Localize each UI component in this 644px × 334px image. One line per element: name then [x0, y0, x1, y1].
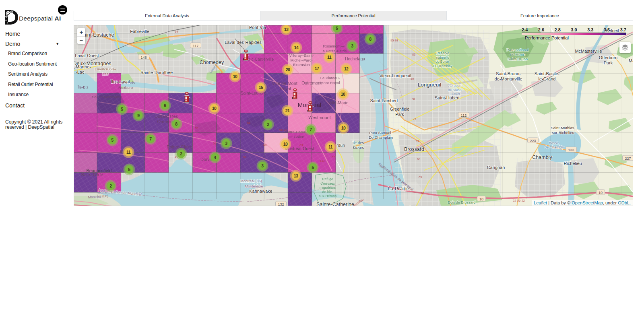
svg-text:Île-Biz: Île-Biz [77, 85, 89, 89]
svg-text:Le Plateau-: Le Plateau- [320, 76, 340, 80]
svg-text:55: 55 [195, 126, 198, 130]
svg-text:22-55-22: 22-55-22 [513, 199, 525, 202]
svg-text:Villeray–Saint-: Villeray–Saint- [289, 53, 314, 58]
svg-text:Du Tremblay: Du Tremblay [433, 64, 453, 68]
svg-text:-Lac: -Lac [76, 70, 85, 74]
svg-text:10: 10 [341, 126, 346, 130]
svg-text:83: 83 [412, 53, 415, 56]
svg-text:10: 10 [599, 191, 603, 195]
svg-text:5: 5 [312, 165, 314, 170]
svg-text:Sœurs: Sœurs [353, 145, 364, 150]
svg-text:60: 60 [263, 143, 266, 147]
svg-text:Laval-sur-le-: Laval-sur-le- [95, 67, 116, 71]
svg-text:La Petite-Patrie: La Petite-Patrie [320, 49, 347, 53]
svg-text:132: 132 [278, 202, 284, 206]
svg-text:Marthe-: Marthe- [76, 64, 91, 69]
svg-text:Ma: Ma [629, 58, 633, 63]
svg-text:de-Grâce: de-Grâce [288, 134, 304, 139]
svg-text:de-Montarville: de-Montarville [494, 76, 522, 81]
svg-text:5: 5 [128, 167, 130, 172]
svg-text:10: 10 [212, 106, 217, 111]
svg-text:Notre-Dame-: Notre-Dame- [285, 130, 308, 134]
svg-text:14: 14 [294, 45, 299, 50]
svg-text:aux-Hérons: aux-Hérons [319, 194, 336, 198]
svg-text:6: 6 [164, 103, 166, 108]
svg-text:62: 62 [332, 155, 335, 159]
svg-text:Hochelaga: Hochelaga [345, 56, 365, 61]
svg-text:227: 227 [625, 157, 631, 161]
svg-text:Roxboro: Roxboro [118, 85, 133, 90]
svg-text:7: 7 [310, 127, 312, 132]
svg-text:du Boisé-: du Boisé- [436, 60, 450, 64]
svg-text:le-Grand: le-Grand [539, 76, 556, 81]
svg-text:Vieux-Longueuil: Vieux-Longueuil [380, 73, 411, 78]
svg-text:10: 10 [283, 142, 288, 146]
svg-text:De Champlain: De Champlain [369, 135, 393, 140]
svg-text:2: 2 [109, 183, 112, 188]
svg-text:Baie-d'Urfé: Baie-d'Urfé [81, 172, 103, 177]
svg-text:Dollard-Des: Dollard-Des [155, 114, 178, 119]
svg-text:migrateurs: migrateurs [320, 186, 336, 190]
svg-text:8: 8 [175, 122, 178, 126]
svg-text:Sainte-Dorothée: Sainte-Dorothée [140, 70, 173, 75]
svg-text:148: 148 [140, 56, 147, 60]
svg-text:13: 13 [284, 27, 289, 32]
svg-text:Chomedey: Chomedey [200, 60, 224, 65]
svg-text:Saint-Bruno-: Saint-Bruno- [496, 71, 521, 76]
svg-text:65-64: 65-64 [279, 128, 287, 132]
svg-text:McMasterville: McMasterville [575, 49, 602, 54]
svg-text:Montréal (06): Montréal (06) [240, 179, 262, 183]
svg-text:133: 133 [568, 148, 574, 152]
svg-text:112: 112 [461, 113, 466, 118]
svg-text:Richelieu: Richelieu [564, 161, 582, 166]
svg-text:naturelle: naturelle [436, 56, 450, 60]
svg-text:Sainte-Geneviève: Sainte-Geneviève [92, 95, 122, 99]
svg-text:Park: Park [395, 112, 404, 117]
svg-text:223: 223 [530, 139, 536, 143]
svg-text:Park: Park [604, 60, 613, 65]
svg-text:Sainte-Catherine: Sainte-Catherine [316, 202, 354, 206]
svg-text:sur-Richelieu: sur-Richelieu [552, 130, 574, 135]
svg-text:69: 69 [417, 157, 420, 161]
svg-text:5: 5 [111, 138, 114, 142]
svg-text:Royal: Royal [280, 86, 291, 91]
svg-text:78: 78 [411, 97, 415, 101]
svg-text:Saint-Basile-: Saint-Basile- [535, 71, 560, 76]
svg-text:Pierrefonds-: Pierrefonds- [115, 80, 136, 85]
svg-text:Saint-Lambert: Saint-Lambert [370, 98, 398, 103]
svg-text:3: 3 [225, 141, 227, 146]
svg-text:Westmount: Westmount [308, 115, 330, 120]
svg-text:rdun: rdun [336, 143, 345, 148]
svg-text:80: 80 [411, 77, 414, 80]
svg-text:Pont Samuel-: Pont Samuel- [369, 130, 392, 135]
svg-text:Saint-Mathias-: Saint-Mathias- [551, 126, 575, 130]
svg-text:62: 62 [421, 192, 424, 195]
svg-text:117: 117 [193, 44, 198, 48]
svg-text:Kahnawake: Kahnawake [249, 189, 272, 194]
svg-text:4: 4 [214, 155, 216, 160]
svg-text:Rosemont—: Rosemont— [323, 44, 345, 48]
svg-text:15: 15 [259, 85, 263, 90]
svg-text:8: 8 [369, 37, 372, 41]
svg-text:11: 11 [126, 150, 131, 155]
svg-text:Montérégie: Montérégie [245, 184, 263, 188]
svg-text:Ville de Mont-: Ville de Mont- [272, 81, 299, 86]
svg-text:d'oiseaux: d'oiseaux [320, 181, 335, 186]
svg-text:73: 73 [415, 139, 419, 143]
svg-text:La Prairie: La Prairie [388, 186, 409, 192]
svg-text:3: 3 [261, 163, 264, 168]
svg-text:10: 10 [233, 74, 237, 79]
svg-text:Laval-des-Rapides: Laval-des-Rapides [225, 40, 262, 45]
svg-text:58: 58 [243, 155, 246, 159]
svg-text:12: 12 [344, 66, 349, 71]
svg-text:9: 9 [137, 113, 140, 118]
svg-text:21: 21 [285, 108, 290, 113]
svg-text:Carignan: Carignan [487, 165, 505, 170]
svg-text:2: 2 [180, 151, 182, 156]
svg-text:2: 2 [267, 122, 269, 127]
svg-text:76: 76 [413, 117, 416, 121]
svg-text:Chambly: Chambly [532, 155, 552, 160]
svg-text:Otterburn: Otterburn [599, 55, 617, 60]
svg-text:Laval-Ouest: Laval-Ouest [75, 53, 99, 58]
svg-text:Pont-Via: Pont-Via [249, 25, 266, 30]
